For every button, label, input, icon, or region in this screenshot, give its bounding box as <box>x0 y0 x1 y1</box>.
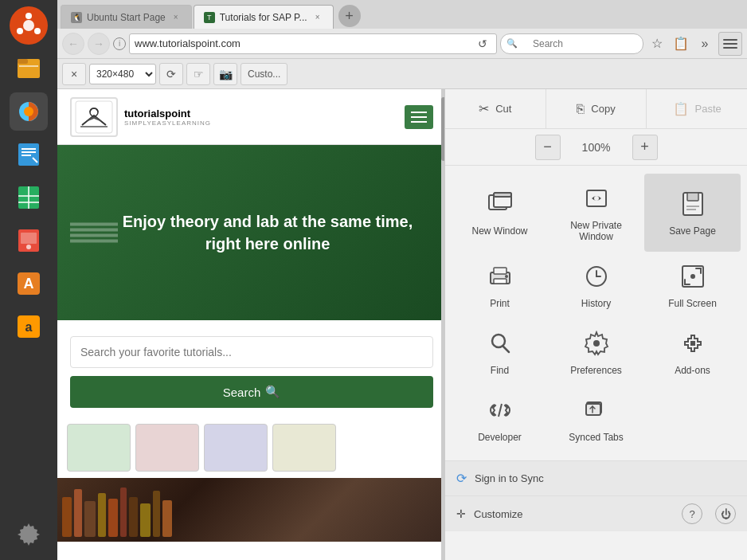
tp-thumbnails <box>57 417 446 478</box>
svg-point-2 <box>25 13 32 19</box>
svg-text:a: a <box>25 320 33 334</box>
power-button[interactable]: ⏻ <box>715 503 736 524</box>
svg-rect-35 <box>686 206 699 207</box>
svg-point-3 <box>17 28 23 34</box>
svg-rect-50 <box>586 404 600 415</box>
svg-line-45 <box>503 347 509 353</box>
zoom-value: 100% <box>577 141 616 154</box>
svg-point-1 <box>23 20 34 31</box>
history-icon <box>581 261 612 292</box>
menu-new-window[interactable]: New Window <box>452 174 548 252</box>
copy-button[interactable]: ⎘ Copy <box>546 89 647 128</box>
menu-addons[interactable]: Add-ons <box>644 319 741 386</box>
menu-developer[interactable]: Developer <box>452 386 548 452</box>
paste-icon: 📋 <box>673 101 689 116</box>
svg-point-4 <box>34 28 41 34</box>
sidebar-item-files[interactable] <box>10 49 48 88</box>
size-select[interactable]: 320×480 360×640 768×1024 <box>89 64 156 84</box>
menu-history[interactable]: History <box>548 252 644 319</box>
svg-point-46 <box>593 340 600 347</box>
menu-preferences[interactable]: Preferences <box>548 319 644 386</box>
close-responsive-button[interactable]: × <box>62 63 86 85</box>
hamburger-line-1 <box>723 39 737 41</box>
menu-find[interactable]: Find <box>452 319 548 386</box>
overflow-button[interactable]: » <box>694 33 715 54</box>
sidebar-item-settings[interactable] <box>10 515 48 554</box>
touch-button[interactable]: ☞ <box>186 63 210 85</box>
scissors-icon: ✂ <box>479 101 489 116</box>
search-bar-container: 🔍 <box>500 33 643 54</box>
tp-logo: tutorialspoint SIMPLYEASYLEARNING <box>70 97 211 137</box>
tab-tutorials-label: Tutorials for SAP P... <box>220 12 307 23</box>
cut-button[interactable]: ✂ Cut <box>445 89 546 128</box>
preferences-label: Preferences <box>570 365 622 376</box>
sign-in-to-sync[interactable]: ⟳ Sign in to Sync <box>445 461 747 496</box>
tab-tutorials[interactable]: T Tutorials for SAP P... × <box>194 5 334 29</box>
sidebar-item-amazon[interactable]: a <box>10 307 48 346</box>
sync-icon: ⟳ <box>456 471 467 486</box>
copy-icon: ⎘ <box>577 102 585 116</box>
menu-print[interactable]: Print <box>452 252 548 319</box>
menu-synced-tabs[interactable]: Synced Tabs <box>548 386 644 452</box>
sidebar-item-ubuntu[interactable] <box>10 6 48 45</box>
tab-tutorials-favicon: T <box>204 12 215 23</box>
svg-rect-11 <box>22 148 36 150</box>
tp-thumb-1[interactable] <box>67 424 131 472</box>
synced-tabs-icon <box>581 395 612 425</box>
tp-menu-button[interactable] <box>405 105 433 129</box>
svg-rect-39 <box>494 279 506 284</box>
help-button[interactable]: ? <box>682 503 702 524</box>
svg-rect-19 <box>21 233 37 244</box>
rotate-button[interactable]: ⟳ <box>159 63 183 85</box>
tab-ubuntu-label: Ubuntu Start Page <box>87 12 166 23</box>
tp-thumb-4[interactable] <box>272 424 336 472</box>
zoom-in-button[interactable]: + <box>632 135 658 160</box>
url-bar[interactable]: www.tutorialspoint.com ↺ <box>129 33 497 54</box>
find-label: Find <box>491 365 509 376</box>
tab-ubuntu[interactable]: 🐧 Ubuntu Start Page × <box>61 5 192 29</box>
sidebar-item-calc[interactable] <box>10 178 48 217</box>
sidebar-item-writer[interactable] <box>10 135 48 174</box>
paste-button[interactable]: 📋 Paste <box>647 89 747 128</box>
tp-search-area: Search 🔍 <box>57 320 446 417</box>
url-text: www.tutorialspoint.com <box>135 37 471 49</box>
customize-icon: ✛ <box>456 507 466 520</box>
history-list-button[interactable]: 📋 <box>671 33 691 54</box>
new-tab-button[interactable]: + <box>338 5 361 27</box>
customize-text[interactable]: Customize <box>474 508 674 520</box>
print-label: Print <box>490 298 510 309</box>
tp-menu-line-2 <box>411 116 427 118</box>
toolbar-bar: × 320×480 360×640 768×1024 ⟳ ☞ 📷 Custo..… <box>57 59 747 89</box>
menu-new-private-window[interactable]: New Private Window <box>548 174 644 252</box>
screenshot-button[interactable]: 📷 <box>213 63 237 85</box>
customize-responsive-button[interactable]: Custo... <box>241 63 287 85</box>
bookmark-button[interactable]: ☆ <box>647 33 667 54</box>
info-button[interactable]: i <box>113 37 126 50</box>
new-private-window-label: New Private Window <box>554 220 638 242</box>
tab-ubuntu-close[interactable]: × <box>170 12 182 23</box>
tp-search-input[interactable] <box>70 336 433 368</box>
tp-menu-line-3 <box>411 121 427 123</box>
menu-save-page[interactable]: Save Page <box>644 174 741 252</box>
sidebar-item-firefox[interactable] <box>10 92 48 131</box>
zoom-out-button[interactable]: − <box>535 135 561 160</box>
browser-window: 🐧 Ubuntu Start Page × T Tutorials for SA… <box>57 0 747 560</box>
forward-button[interactable]: → <box>88 33 110 55</box>
ccp-row: ✂ Cut ⎘ Copy 📋 Paste <box>445 89 747 129</box>
refresh-button[interactable]: ↺ <box>474 35 491 53</box>
svg-rect-7 <box>19 65 38 67</box>
tab-tutorials-close[interactable]: × <box>312 12 323 23</box>
sidebar-item-impress[interactable] <box>10 221 48 260</box>
menu-button[interactable] <box>718 32 742 56</box>
menu-full-screen[interactable]: Full Screen <box>644 252 741 319</box>
tp-thumb-2[interactable] <box>135 424 199 472</box>
search-bar-icon: 🔍 <box>506 38 518 49</box>
firefox-menu-panel: ✂ Cut ⎘ Copy 📋 Paste − 100% <box>444 89 747 560</box>
tp-hero: Enjoy theory and lab at the same time, r… <box>57 145 446 320</box>
search-input[interactable] <box>520 38 636 49</box>
back-button[interactable]: ← <box>62 33 84 55</box>
tp-thumb-3[interactable] <box>204 424 268 472</box>
tp-search-button[interactable]: Search 🔍 <box>70 376 433 408</box>
sidebar-item-software-center[interactable]: A <box>10 264 48 303</box>
svg-rect-12 <box>22 151 36 153</box>
